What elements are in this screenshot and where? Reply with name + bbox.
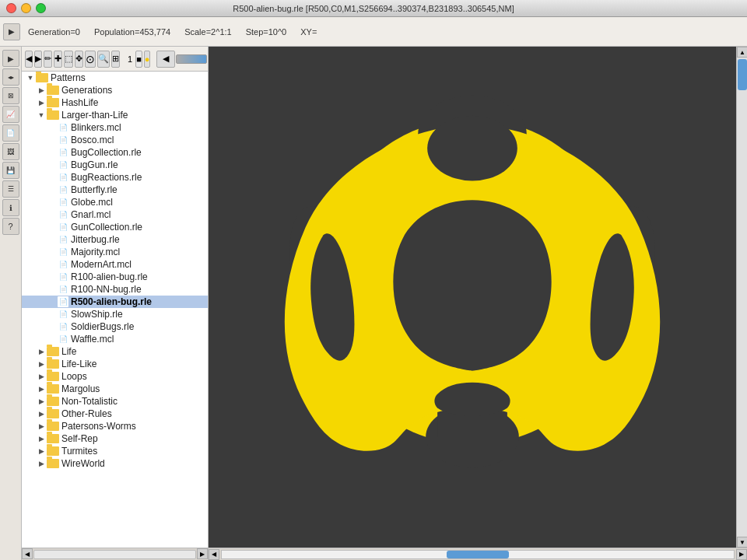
scroll-thumb[interactable] — [738, 59, 747, 90]
play-button[interactable]: ▶ — [3, 23, 20, 40]
cell-circle-btn[interactable]: ● — [144, 51, 151, 68]
tree-item-bugreactions[interactable]: 📄BugReactions.rle — [22, 171, 208, 184]
tree-item-majority[interactable]: 📄Majority.mcl — [22, 246, 208, 258]
tree-arrow-wireworld[interactable]: ▶ — [36, 458, 47, 469]
canvas-main[interactable] — [209, 47, 736, 548]
play-tool[interactable]: ▶ — [2, 50, 19, 67]
scroll-track[interactable] — [737, 92, 747, 537]
tree-item-waffle[interactable]: 📄Waffle.mcl — [22, 333, 208, 345]
tree-item-buggun[interactable]: 📄BugGun.rle — [22, 159, 208, 171]
tree-arrow-generations[interactable]: ▶ — [36, 85, 47, 96]
tree-arrow-margolus[interactable]: ▶ — [36, 383, 47, 394]
scroll-left-btn[interactable]: ◀ — [209, 549, 219, 560]
tree-arrow-loops[interactable]: ▶ — [36, 371, 47, 382]
cell-square-btn[interactable]: ■ — [135, 51, 142, 68]
speed-slider[interactable] — [176, 54, 207, 64]
tree-item-gnarl[interactable]: 📄Gnarl.mcl — [22, 208, 208, 221]
image-tool[interactable]: 🖼 — [2, 143, 19, 160]
maximize-button[interactable] — [36, 3, 46, 13]
tree-arrow-turmites[interactable]: ▶ — [36, 446, 47, 457]
tree-label-life: Life — [61, 346, 76, 357]
tree-item-other-rules[interactable]: ▶Other-Rules — [22, 408, 208, 420]
tree-arrow-other-rules[interactable]: ▶ — [36, 408, 47, 419]
grid-btn[interactable]: ⊞ — [111, 51, 120, 68]
tree-item-jitterbug[interactable]: 📄Jitterbug.rle — [22, 233, 208, 246]
file-icon-r100-alien: 📄 — [58, 271, 68, 282]
tree-item-non-totalistic[interactable]: ▶Non-Totalistic — [22, 395, 208, 408]
tree-item-larger-than-life[interactable]: ▼Larger-than-Life — [22, 109, 208, 121]
tree-arrow-patersons-worms[interactable]: ▶ — [36, 421, 47, 432]
folder-icon-generations — [47, 86, 59, 95]
tree-scroll[interactable]: ▼Patterns▶Generations▶HashLife▼Larger-th… — [22, 72, 208, 548]
select-btn[interactable]: ⬚ — [64, 51, 73, 68]
tree-label-life-like: Life-Like — [61, 359, 96, 369]
move-btn[interactable]: ✥ — [75, 51, 83, 68]
graph-tool[interactable]: 📈 — [2, 106, 19, 123]
tree-item-life-like[interactable]: ▶Life-Like — [22, 358, 208, 370]
tree-item-butterfly[interactable]: 📄Butterfly.rle — [22, 184, 208, 196]
list-tool[interactable]: ☰ — [2, 180, 19, 198]
tree-arrow-self-rep[interactable]: ▶ — [36, 433, 47, 444]
tree-arrow-hashlife[interactable]: ▶ — [36, 97, 47, 108]
save-tool[interactable]: 💾 — [2, 162, 19, 179]
scroll-down[interactable]: ▼ — [737, 537, 747, 548]
tree-label-hashlife: HashLife — [61, 97, 98, 108]
tree-item-generations[interactable]: ▶Generations — [22, 84, 208, 96]
info-tool[interactable]: ℹ — [2, 199, 19, 216]
scroll-right-btn[interactable]: ▶ — [736, 549, 747, 560]
fit-tool[interactable]: ⊠ — [2, 87, 19, 104]
close-button[interactable] — [6, 3, 16, 13]
bottom-scrollbar[interactable] — [221, 550, 735, 559]
tree-hscrollbar[interactable] — [33, 550, 196, 559]
tree-item-loops[interactable]: ▶Loops — [22, 370, 208, 383]
tree-item-r100-nn[interactable]: 📄R100-NN-bug.rle — [22, 283, 208, 296]
canvas-content: ▲ ▼ ◀ ▶ — [209, 47, 747, 560]
window-controls[interactable] — [6, 3, 46, 13]
settings-btn[interactable]: ⊙ — [85, 51, 96, 68]
tree-item-turmites[interactable]: ▶Turmites — [22, 445, 208, 457]
zoomout-btn[interactable]: 🔍 — [97, 51, 110, 68]
tree-item-bosco[interactable]: 📄Bosco.mcl — [22, 134, 208, 146]
tree-label-bugcollection: BugCollection.rle — [71, 147, 142, 158]
nav-back-btn[interactable]: ◀ — [25, 51, 33, 68]
tree-item-margolus[interactable]: ▶Margolus — [22, 383, 208, 395]
tree-arrow-larger-than-life[interactable]: ▼ — [36, 110, 47, 121]
tree-arrow-life[interactable]: ▶ — [36, 346, 47, 357]
tree-scroll-left[interactable]: ◀ — [22, 548, 33, 559]
tree-item-wireworld[interactable]: ▶WireWorld — [22, 457, 208, 470]
tree-label-r500-alien: R500-alien-bug.rle — [71, 296, 152, 307]
nav-tool[interactable]: ◂▸ — [2, 68, 19, 86]
help-tool[interactable]: ? — [2, 218, 19, 235]
tree-arrow-patterns[interactable]: ▼ — [25, 72, 36, 83]
tree-item-patterns[interactable]: ▼Patterns — [22, 72, 208, 84]
file-tool[interactable]: 📄 — [2, 124, 19, 142]
tree-label-guncollection: GunCollection.rle — [71, 222, 142, 233]
folder-icon-margolus — [47, 384, 59, 394]
nav-fwd-btn[interactable]: ▶ — [34, 51, 42, 68]
tree-item-r500-alien[interactable]: 📄R500-alien-bug.rle — [22, 296, 208, 308]
tree-item-patersons-worms[interactable]: ▶Patersons-Worms — [22, 420, 208, 432]
tree-item-soldierbugs[interactable]: 📄SoldierBugs.rle — [22, 320, 208, 333]
tree-item-slowship[interactable]: 📄SlowShip.rle — [22, 308, 208, 320]
tree-item-life[interactable]: ▶Life — [22, 345, 208, 358]
tree-item-globe[interactable]: 📄Globe.mcl — [22, 196, 208, 208]
tree-item-modernart[interactable]: 📄ModernArt.mcl — [22, 258, 208, 271]
tree-item-bugcollection[interactable]: 📄BugCollection.rle — [22, 146, 208, 159]
speed-left[interactable]: ◀ — [156, 51, 175, 68]
file-icon-butterfly: 📄 — [58, 184, 68, 195]
tree-arrow-life-like[interactable]: ▶ — [36, 359, 47, 369]
tree-scroll-right[interactable]: ▶ — [197, 548, 208, 559]
scale-stat: Scale=2^1:1 — [178, 27, 238, 37]
tree-item-r100-alien[interactable]: 📄R100-alien-bug.rle — [22, 271, 208, 283]
tree-item-blinkers[interactable]: 📄Blinkers.mcl — [22, 121, 208, 134]
tree-item-self-rep[interactable]: ▶Self-Rep — [22, 432, 208, 445]
pick-btn[interactable]: ✚ — [54, 51, 62, 68]
tree-item-hashlife[interactable]: ▶HashLife — [22, 96, 208, 109]
file-icon-modernart: 📄 — [58, 259, 68, 270]
minimize-button[interactable] — [21, 3, 31, 13]
scroll-up[interactable]: ▲ — [737, 47, 747, 58]
draw-btn[interactable]: ✏ — [44, 51, 52, 68]
bottom-thumb[interactable] — [447, 551, 509, 558]
tree-item-guncollection[interactable]: 📄GunCollection.rle — [22, 221, 208, 233]
tree-arrow-non-totalistic[interactable]: ▶ — [36, 396, 47, 407]
